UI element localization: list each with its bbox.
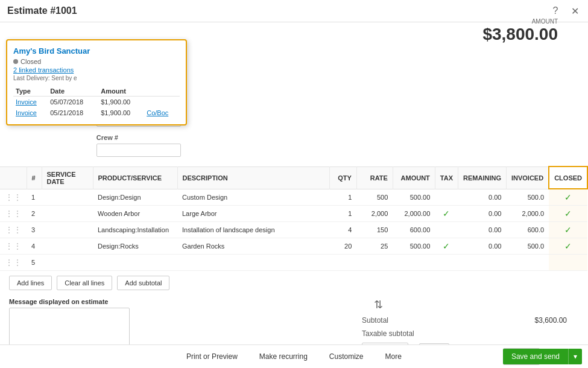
drag-3[interactable]: ⋮⋮: [0, 222, 27, 238]
save-and-send-button[interactable]: Save and send: [503, 349, 568, 364]
main-content: Amy's Bird Sanctuar Closed 2 linked tran…: [0, 22, 588, 344]
col-invoiced: INVOICED: [506, 167, 549, 189]
estimate-title: Estimate #1001: [7, 5, 549, 16]
remaining-3: 0.00: [458, 222, 507, 238]
col-tax: TAX: [435, 167, 458, 189]
adjust-icon[interactable]: ⇅: [374, 298, 383, 311]
tax-3[interactable]: [435, 222, 458, 238]
more-button[interactable]: More: [381, 350, 406, 363]
popup-status-text: Closed: [21, 58, 41, 65]
svcdate-1[interactable]: [42, 189, 93, 206]
popup-customer-name[interactable]: Amy's Bird Sanctuar: [13, 46, 180, 56]
table-row: ⋮⋮ 5: [0, 255, 587, 271]
closed-2[interactable]: ✓: [549, 206, 587, 222]
invoiced-3: 600.0: [506, 222, 549, 238]
help-icon[interactable]: ?: [549, 5, 561, 17]
print-preview-button[interactable]: Print or Preview: [182, 350, 242, 363]
svcdate-3[interactable]: [42, 222, 93, 238]
add-subtotal-button[interactable]: Add subtotal: [117, 276, 169, 290]
col-product: PRODUCT/SERVICE: [93, 167, 177, 189]
tax-5[interactable]: [435, 255, 458, 271]
popup-type-2[interactable]: Invoice: [13, 107, 48, 118]
remaining-5: [458, 255, 507, 271]
tax-row: California ▾ 200.00: [362, 340, 567, 344]
popup-date-2: 05/21/2018: [48, 107, 98, 118]
customer-section: Amy's Bird Sanctuar Closed 2 linked tran…: [0, 22, 588, 71]
desc-1[interactable]: Custom Design: [177, 189, 329, 206]
popup-col-coboc: [144, 86, 180, 97]
svcdate-2[interactable]: [42, 206, 93, 222]
popup-coboc-2[interactable]: Co/Boc: [144, 107, 180, 118]
product-2[interactable]: Wooden Arbor: [93, 206, 177, 222]
invoiced-1: 500.0: [506, 189, 549, 206]
amount-1: 500.00: [393, 189, 435, 206]
rate-1[interactable]: 500: [356, 189, 393, 206]
subtotal-row: Subtotal $3,600.00: [362, 314, 567, 327]
drag-4[interactable]: ⋮⋮: [0, 238, 27, 255]
popup-col-amount: Amount: [98, 86, 144, 97]
drag-1[interactable]: ⋮⋮: [0, 189, 27, 206]
qty-3[interactable]: 4: [329, 222, 356, 238]
clear-all-button[interactable]: Clear all lines: [57, 276, 112, 290]
desc-4[interactable]: Garden Rocks: [177, 238, 329, 255]
left-bottom: Message displayed on estimate Memo Attac…: [9, 298, 178, 344]
desc-3[interactable]: Installation of landscape design: [177, 222, 329, 238]
col-closed: CLOSED: [549, 167, 587, 189]
qty-2[interactable]: 1: [329, 206, 356, 222]
rate-2[interactable]: 2,000: [356, 206, 393, 222]
invoiced-2: 2,000.0: [506, 206, 549, 222]
remaining-2: 0.00: [458, 206, 507, 222]
product-4[interactable]: Design:Rocks: [93, 238, 177, 255]
totals-section: ⇅ Subtotal $3,600.00 Taxable subtotal: [190, 298, 579, 344]
desc-5[interactable]: [177, 255, 329, 271]
customize-button[interactable]: Customize: [324, 350, 368, 363]
product-5[interactable]: [93, 255, 177, 271]
rate-5[interactable]: [356, 255, 393, 271]
product-1[interactable]: Design:Design: [93, 189, 177, 206]
qty-5[interactable]: [329, 255, 356, 271]
crew-label: Crew #: [96, 134, 181, 141]
message-textarea[interactable]: [9, 308, 130, 344]
closed-5[interactable]: [549, 255, 587, 271]
footer: Print or Preview Make recurring Customiz…: [0, 344, 588, 368]
rate-3[interactable]: 150: [356, 222, 393, 238]
rate-4[interactable]: 25: [356, 238, 393, 255]
col-amount: AMOUNT: [393, 167, 435, 189]
closed-4[interactable]: ✓: [549, 238, 587, 255]
make-recurring-button[interactable]: Make recurring: [254, 350, 312, 363]
popup-type-1[interactable]: Invoice: [13, 97, 48, 108]
crew-input[interactable]: [96, 144, 181, 157]
table-row: ⋮⋮ 3 Landscaping:Installation Installati…: [0, 222, 587, 238]
popup-row-2: Invoice 05/21/2018 $1,900.00 Co/Boc: [13, 107, 180, 118]
drag-5[interactable]: ⋮⋮: [0, 255, 27, 271]
popup-linked-count[interactable]: 2 linked transactions: [13, 66, 180, 74]
remaining-1: 0.00: [458, 189, 507, 206]
add-lines-button[interactable]: Add lines: [9, 276, 52, 290]
save-send-dropdown[interactable]: ▾: [568, 349, 582, 364]
drag-2[interactable]: ⋮⋮: [0, 206, 27, 222]
qty-4[interactable]: 20: [329, 238, 356, 255]
popup-coboc-1[interactable]: [144, 97, 180, 108]
tax-2[interactable]: ✓: [435, 206, 458, 222]
linked-transactions-popup: Amy's Bird Sanctuar Closed 2 linked tran…: [6, 39, 187, 125]
amount-2: 2,000.00: [393, 206, 435, 222]
col-drag: [0, 167, 27, 189]
svcdate-4[interactable]: [42, 238, 93, 255]
svcdate-5[interactable]: [42, 255, 93, 271]
close-icon[interactable]: ✕: [569, 5, 581, 17]
subtotal-value: $3,600.00: [519, 316, 567, 325]
product-3[interactable]: Landscaping:Installation: [93, 222, 177, 238]
desc-2[interactable]: Large Arbor: [177, 206, 329, 222]
col-qty: QTY: [329, 167, 356, 189]
tax-1[interactable]: [435, 189, 458, 206]
message-group: Message displayed on estimate: [9, 298, 178, 344]
popup-status: Closed: [13, 58, 180, 65]
tax-4[interactable]: ✓: [435, 238, 458, 255]
table-row: ⋮⋮ 4 Design:Rocks Garden Rocks 20 25 500…: [0, 238, 587, 255]
num-2: 2: [27, 206, 42, 222]
col-description: DESCRIPTION: [177, 167, 329, 189]
qty-1[interactable]: 1: [329, 189, 356, 206]
closed-1[interactable]: ✓: [549, 189, 587, 206]
closed-3[interactable]: ✓: [549, 222, 587, 238]
bottom-section: Message displayed on estimate Memo Attac…: [0, 295, 588, 344]
